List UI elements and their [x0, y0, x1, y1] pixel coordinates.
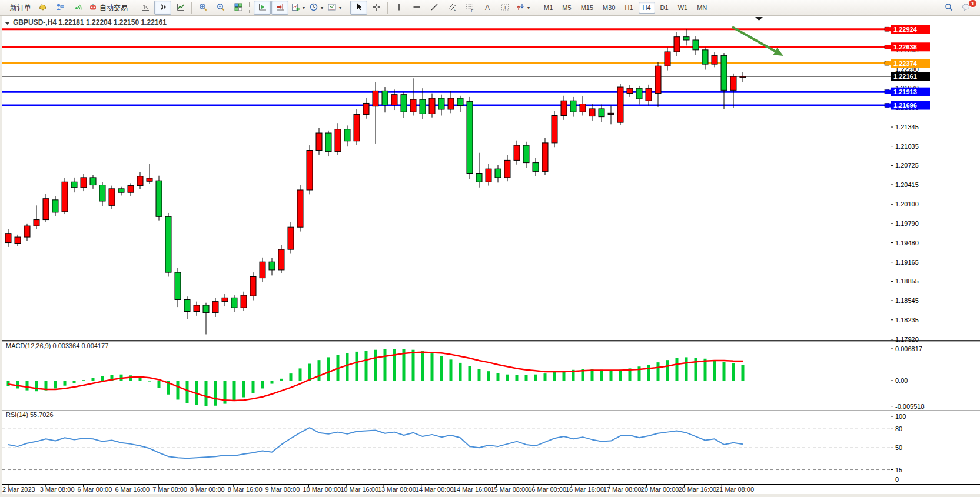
candle-body: [250, 276, 256, 296]
arrow-annotation[interactable]: [732, 27, 778, 53]
candle-body: [674, 37, 680, 52]
new-order-label: 新订单: [10, 3, 31, 13]
chart-bars-button[interactable]: [137, 1, 154, 15]
text-button[interactable]: A: [479, 1, 496, 15]
macd-bar: [26, 381, 29, 391]
community-button[interactable]: [51, 1, 68, 15]
candle-body: [307, 151, 313, 190]
macd-bar: [487, 371, 490, 381]
gold-button[interactable]: [34, 1, 51, 15]
channel-icon: E: [447, 2, 457, 14]
candle-body: [24, 226, 30, 237]
candle-body: [15, 237, 21, 244]
periodicity-button[interactable]: ▾: [307, 1, 325, 15]
chat-button[interactable]: 1: [958, 1, 975, 15]
notification-badge: 1: [968, 0, 977, 8]
search-button[interactable]: [940, 1, 957, 15]
chart-shift-marker[interactable]: [755, 17, 763, 21]
macd-bar: [742, 365, 745, 381]
candle-body: [702, 50, 708, 64]
candle-body: [99, 185, 105, 201]
chevron-down-icon[interactable]: ▾: [303, 5, 305, 11]
timeframe-button-m15[interactable]: M15: [577, 2, 597, 14]
candle-body: [52, 200, 58, 212]
macd-pane[interactable]: 0.0068170.00-0.005518: [7, 345, 925, 410]
candle-body: [212, 302, 218, 313]
chevron-down-icon[interactable]: ▾: [527, 5, 530, 11]
candle-body: [589, 109, 595, 116]
price-badge-label: 1.22924: [893, 26, 918, 33]
candle-body: [646, 88, 652, 101]
zoom-in-button[interactable]: [194, 1, 211, 15]
main-price-pane[interactable]: [2, 27, 891, 334]
arrows-button[interactable]: ▾: [514, 1, 531, 15]
fibonacci-button[interactable]: F: [461, 1, 478, 15]
macd-bar: [158, 381, 161, 388]
timeframe-button-h4[interactable]: H4: [639, 2, 655, 14]
macd-bar: [704, 359, 707, 381]
chart-line-button[interactable]: [172, 1, 189, 15]
timeframe-button-m5[interactable]: M5: [558, 2, 575, 14]
candle-body: [278, 249, 284, 270]
rsi-tick-label: 50: [895, 444, 902, 451]
candle-body: [693, 40, 699, 50]
auto-scroll-button[interactable]: [254, 1, 271, 15]
horizontal-line-button[interactable]: [408, 1, 425, 15]
candle-body: [71, 182, 77, 187]
rsi-pane[interactable]: 1008050150: [2, 413, 906, 483]
signal-icon: [73, 2, 82, 14]
chart-area[interactable]: GBPUSD-,H4 1.22181 1.22204 1.22150 1.221…: [0, 0, 980, 497]
price-badge-label: 1.22638: [893, 44, 917, 51]
timeframe-button-m1[interactable]: M1: [540, 2, 557, 14]
time-tick-label: 6 Mar 16:00: [115, 486, 150, 493]
macd-bar: [421, 351, 424, 381]
macd-bar: [186, 381, 189, 403]
equidistant-channel-button[interactable]: E: [443, 1, 460, 15]
autotrading-button[interactable]: 自动交易: [87, 1, 129, 15]
tile-windows-button[interactable]: [230, 1, 247, 15]
candle-body: [420, 99, 426, 114]
new-chart-button[interactable]: ▾: [289, 1, 307, 15]
rsi-tick-label: 80: [895, 425, 902, 432]
chevron-down-icon[interactable]: ▾: [339, 5, 341, 11]
templates-button[interactable]: ▾: [325, 1, 343, 15]
timeframe-button-h1[interactable]: H1: [620, 2, 637, 14]
chevron-down-icon[interactable]: ▾: [321, 5, 323, 11]
zoom-out-icon: [216, 2, 225, 14]
signals-button[interactable]: [69, 1, 86, 15]
zoom-out-button[interactable]: [212, 1, 229, 15]
timeframe-button-w1[interactable]: W1: [674, 2, 692, 14]
candle-body: [457, 98, 463, 106]
cursor-button[interactable]: [350, 1, 367, 15]
chart-frame: [0, 16, 980, 497]
time-tick-label: 15 Mar 08:00: [490, 486, 529, 493]
vertical-line-button[interactable]: [390, 1, 407, 15]
crosshair-button[interactable]: [368, 1, 385, 15]
text-label-button[interactable]: T: [496, 1, 513, 15]
timeframe-button-mn[interactable]: MN: [693, 2, 711, 14]
macd-bar: [544, 373, 547, 381]
title-dropdown-icon[interactable]: [5, 22, 10, 25]
candle-body: [730, 76, 736, 90]
auto-scroll-icon: [258, 2, 267, 14]
macd-bar: [139, 378, 142, 381]
macd-bar: [299, 368, 302, 381]
bar-chart-icon: [141, 2, 150, 14]
time-axis[interactable]: 2 Mar 20233 Mar 08:006 Mar 00:006 Mar 16…: [2, 485, 754, 493]
candle-body: [90, 178, 96, 185]
macd-bar: [431, 353, 434, 381]
timeframe-button-m30[interactable]: M30: [599, 2, 619, 14]
trendline-button[interactable]: [426, 1, 443, 15]
chart-shift-button[interactable]: [271, 1, 288, 15]
chart-candles-button[interactable]: [154, 1, 171, 15]
timeframe-button-d1[interactable]: D1: [656, 2, 673, 14]
time-tick-label: 16 Mar 16:00: [566, 486, 604, 493]
search-icon: [944, 2, 954, 14]
autotrading-label: 自动交易: [99, 3, 128, 13]
tile-windows-icon: [234, 2, 243, 14]
candle-body: [721, 55, 727, 90]
new-order-button[interactable]: 新订单: [8, 1, 33, 15]
candle-body: [297, 190, 303, 227]
candle-body: [627, 88, 633, 93]
svg-text:A: A: [485, 3, 490, 11]
